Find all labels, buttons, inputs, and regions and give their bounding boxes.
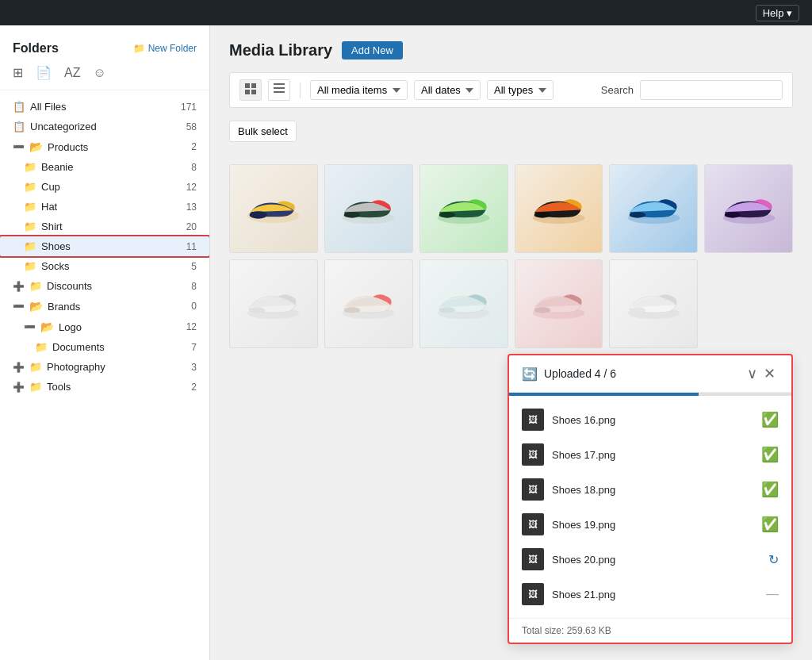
sidebar-item-left: 📁 Hat [24, 201, 57, 213]
bulk-select-btn[interactable]: Bulk select [229, 121, 297, 142]
svg-point-10 [344, 213, 361, 219]
sidebar-item-label: All Files [30, 101, 67, 113]
sidebar-item-documents[interactable]: 📁 Documents 7 [0, 337, 209, 357]
sidebar-item-all-files[interactable]: 📋 All Files 171 [0, 97, 209, 117]
upload-file-name: Shoes 18.png [552, 484, 753, 496]
sidebar-item-left: 📁 Documents [35, 341, 105, 353]
upload-file-name: Shoes 20.png [552, 554, 760, 566]
type-filter[interactable]: All types PNG JPG [487, 80, 553, 100]
upload-status-done-icon: ✅ [761, 516, 779, 533]
media-toolbar: All media items Images Videos All dates … [229, 72, 793, 108]
folder-plus-icon: ➕ [13, 382, 25, 393]
sidebar-item-label: Tools [47, 381, 71, 393]
upload-status-loading-icon: ↻ [768, 552, 779, 567]
upload-file-name: Shoes 16.png [552, 414, 753, 426]
help-button[interactable]: Help ▾ [756, 5, 799, 21]
svg-rect-1 [251, 83, 256, 88]
upload-file-item: 🖼 Shoes 16.png ✅ [509, 402, 791, 437]
sidebar-sort-icon[interactable]: AZ [64, 65, 80, 80]
svg-point-18 [724, 213, 741, 219]
upload-status-pending-icon: — [766, 587, 779, 601]
media-item[interactable] [419, 164, 508, 253]
sidebar-item-products[interactable]: ➖ 📂 Products 2 [0, 136, 209, 157]
folder-icon: 📁 [29, 361, 42, 373]
image-icon: 🖼 [528, 554, 538, 565]
sidebar-items-list: 📋 All Files 171 📋 Uncategorized 58 ➖ 📂 P… [0, 90, 209, 397]
file-thumbnail: 🖼 [522, 443, 544, 466]
media-item[interactable] [419, 259, 508, 348]
sidebar-item-socks[interactable]: 📁 Socks 5 [0, 256, 209, 276]
media-item[interactable] [229, 164, 318, 253]
media-item[interactable] [515, 164, 603, 253]
svg-rect-4 [274, 83, 285, 85]
sidebar-item-left: ➕ 📁 Discounts [13, 280, 92, 292]
sidebar-smiley-icon[interactable]: ☺ [93, 65, 105, 80]
sidebar-item-left: 📁 Socks [24, 260, 69, 272]
content-area: Media Library Add New All media items Im… [210, 25, 812, 660]
file-thumbnail: 🖼 [522, 478, 544, 501]
sidebar-grid-icon[interactable]: ⊞ [13, 65, 23, 80]
media-item[interactable] [704, 164, 793, 253]
sidebar-item-count: 3 [191, 362, 197, 373]
sidebar-item-label: Discounts [47, 280, 92, 292]
sidebar-item-count: 171 [181, 102, 197, 113]
file-thumbnail: 🖼 [522, 513, 544, 535]
bulk-select-button[interactable]: Bulk select [229, 121, 793, 155]
sidebar-item-count: 0 [191, 301, 197, 312]
sidebar-item-label: Hat [41, 201, 57, 213]
image-icon: 🖼 [528, 589, 538, 600]
media-item[interactable] [609, 259, 698, 348]
media-item[interactable] [324, 164, 413, 253]
file-icon: 📋 [13, 121, 25, 132]
sidebar-item-left: 📁 Shirt [24, 221, 63, 232]
upload-file-item: 🖼 Shoes 20.png ↻ [509, 542, 791, 577]
search-input[interactable] [640, 80, 783, 100]
sidebar-item-shoes[interactable]: 📁 Shoes 11 [0, 236, 209, 256]
sidebar-item-tools[interactable]: ➕ 📁 Tools 2 [0, 377, 209, 397]
svg-point-16 [629, 213, 645, 219]
new-folder-button[interactable]: 📁 New Folder [133, 43, 197, 54]
sidebar-file-icon[interactable]: 📄 [36, 65, 52, 80]
sidebar-item-label: Shirt [41, 221, 63, 232]
sidebar-icon-row: ⊞ 📄 AZ ☺ [0, 65, 209, 90]
media-grid [229, 164, 793, 348]
svg-point-20 [249, 307, 266, 313]
folder-icon: 📁 [29, 381, 42, 393]
sidebar-item-shirt[interactable]: 📁 Shirt 20 [0, 217, 209, 236]
sidebar-item-hat[interactable]: 📁 Hat 13 [0, 197, 209, 217]
sidebar-item-left: 📁 Shoes [24, 240, 71, 252]
sidebar-item-logo[interactable]: ➖ 📂 Logo 12 [0, 317, 209, 337]
upload-footer: Total size: 259.63 KB [509, 618, 791, 643]
media-item[interactable] [515, 259, 603, 348]
upload-collapse-button[interactable]: ∨ [744, 365, 760, 382]
upload-total-size: Total size: 259.63 KB [522, 625, 611, 636]
sidebar-item-photography[interactable]: ➕ 📁 Photography 3 [0, 357, 209, 377]
search-label: Search [601, 84, 634, 96]
media-type-filter[interactable]: All media items Images Videos [310, 80, 408, 100]
view-list-button[interactable] [239, 79, 262, 101]
sidebar-item-discounts[interactable]: ➕ 📁 Discounts 8 [0, 276, 209, 296]
svg-rect-0 [245, 83, 250, 88]
help-label: Help ▾ [763, 7, 792, 19]
sidebar-item-uncategorized[interactable]: 📋 Uncategorized 58 [0, 117, 209, 136]
view-grid-button[interactable] [268, 79, 290, 101]
file-thumbnail: 🖼 [522, 548, 544, 570]
date-filter[interactable]: All dates 2024 2023 [414, 80, 481, 100]
media-item[interactable] [609, 164, 698, 253]
new-folder-label: New Folder [148, 43, 197, 54]
sidebar-item-brands[interactable]: ➖ 📂 Brands 0 [0, 296, 209, 317]
svg-rect-2 [245, 90, 250, 94]
image-icon: 🖼 [528, 449, 538, 460]
media-item[interactable] [229, 259, 318, 348]
add-new-button[interactable]: Add New [342, 41, 403, 59]
sidebar-item-label: Brands [48, 301, 80, 313]
sidebar-item-left: ➖ 📂 Logo [24, 320, 82, 333]
media-item[interactable] [324, 259, 413, 348]
folder-open-icon: 📂 [29, 300, 43, 313]
sidebar-item-cup[interactable]: 📁 Cup 12 [0, 177, 209, 197]
folder-minus-icon: ➖ [13, 141, 25, 152]
sidebar-item-count: 58 [186, 121, 197, 132]
sidebar-item-beanie[interactable]: 📁 Beanie 8 [0, 157, 209, 177]
upload-close-button[interactable]: ✕ [760, 365, 779, 382]
sidebar-item-left: 📋 Uncategorized [13, 121, 97, 132]
